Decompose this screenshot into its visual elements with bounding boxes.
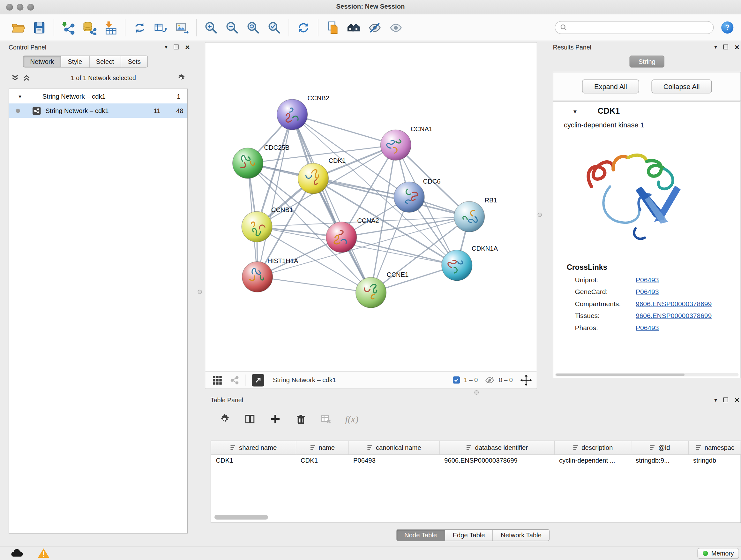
- crosslink-link[interactable]: P06493: [636, 288, 659, 296]
- column-header-database-identifier[interactable]: database identifier: [440, 441, 554, 454]
- column-header-name[interactable]: name: [296, 441, 348, 454]
- network-node-CCNB1[interactable]: [242, 211, 272, 242]
- panel-float-icon[interactable]: [174, 45, 179, 50]
- expand-all-icon[interactable]: [23, 74, 30, 81]
- zoom-out-icon[interactable]: [225, 20, 240, 35]
- show-columns-icon[interactable]: [244, 413, 256, 425]
- network-edge[interactable]: [258, 217, 469, 277]
- section-collapse-icon[interactable]: ▾: [574, 108, 577, 115]
- table-cell[interactable]: stringdb: [688, 454, 741, 467]
- table-cell[interactable]: stringdb:9...: [631, 454, 688, 467]
- tab-sets[interactable]: Sets: [121, 56, 148, 68]
- column-header-canonical-name[interactable]: canonical name: [348, 441, 440, 454]
- export-image-icon[interactable]: [174, 20, 190, 35]
- expand-all-button[interactable]: Expand All: [583, 79, 639, 94]
- network-row-selected[interactable]: String Network – cdk1 11 48: [9, 104, 187, 118]
- tab-network[interactable]: Network: [23, 56, 61, 68]
- open-in-window-icon[interactable]: [252, 374, 264, 386]
- network-node-CCNA2[interactable]: [326, 222, 357, 253]
- panel-close-icon[interactable]: ✕: [185, 44, 190, 50]
- hide-selected-icon[interactable]: [367, 20, 383, 35]
- results-scrollbar[interactable]: [555, 373, 739, 377]
- import-table-file-icon[interactable]: [103, 20, 118, 35]
- import-network-file-icon[interactable]: [61, 20, 76, 35]
- panel-menu-icon[interactable]: ▾: [714, 44, 717, 50]
- network-node-CDC25B[interactable]: [232, 148, 263, 179]
- splitter-handle[interactable]: [198, 290, 202, 294]
- tab-network-table[interactable]: Network Table: [493, 530, 550, 542]
- warning-icon[interactable]: [37, 548, 51, 559]
- splitter-handle[interactable]: [538, 212, 542, 217]
- delete-column-trash-icon[interactable]: [294, 413, 307, 425]
- network-edge[interactable]: [258, 277, 371, 293]
- window-titlebar[interactable]: Session: New Session: [0, 0, 741, 14]
- table-cell[interactable]: CDK1: [211, 454, 296, 467]
- delete-table-icon[interactable]: [320, 413, 332, 425]
- tab-select[interactable]: Select: [89, 56, 121, 68]
- zoom-fit-icon[interactable]: [246, 20, 261, 35]
- share-network-icon[interactable]: [229, 375, 240, 385]
- panel-float-icon[interactable]: [724, 45, 728, 50]
- table-cell[interactable]: P06493: [348, 454, 440, 467]
- crosslink-link[interactable]: 9606.ENSP00000378699: [636, 312, 712, 320]
- cloud-icon[interactable]: [10, 548, 24, 559]
- table-gear-icon[interactable]: [218, 413, 231, 425]
- zoom-in-icon[interactable]: [204, 20, 219, 35]
- hidden-eye-icon[interactable]: [484, 375, 495, 385]
- tab-string[interactable]: String: [629, 56, 664, 68]
- table-cell[interactable]: cyclin-dependent ...: [554, 454, 631, 467]
- open-session-button[interactable]: [10, 20, 26, 35]
- panel-menu-icon[interactable]: ▾: [165, 44, 167, 50]
- table-row[interactable]: CDK1CDK1P064939606.ENSP00000378699cyclin…: [211, 454, 741, 467]
- table-cell[interactable]: 9606.ENSP00000378699: [440, 454, 554, 467]
- column-header-description[interactable]: description: [554, 441, 631, 454]
- network-node-CDKN1A[interactable]: [442, 250, 472, 281]
- column-header-namespac[interactable]: namespac: [688, 441, 741, 454]
- panel-close-icon[interactable]: ✕: [734, 44, 739, 50]
- tab-edge-table[interactable]: Edge Table: [445, 530, 493, 542]
- network-node-CCNA1[interactable]: [381, 130, 411, 160]
- network-node-CCNB2[interactable]: [277, 99, 308, 130]
- column-header-shared-name[interactable]: shared name: [211, 441, 296, 454]
- birds-eye-grid-icon[interactable]: [212, 375, 223, 385]
- first-neighbors-icon[interactable]: [346, 20, 361, 35]
- tree-expand-icon[interactable]: ▾: [19, 93, 21, 100]
- panel-menu-icon[interactable]: ▾: [714, 397, 717, 403]
- function-builder-icon[interactable]: f(x): [345, 414, 359, 425]
- crosslink-link[interactable]: P06493: [636, 324, 659, 331]
- panel-close-icon[interactable]: ✕: [734, 397, 739, 403]
- zoom-selected-icon[interactable]: [267, 20, 282, 35]
- selected-checkbox-icon[interactable]: [453, 376, 460, 384]
- save-session-button[interactable]: [31, 20, 47, 35]
- import-network-database-icon[interactable]: [82, 20, 97, 35]
- help-button[interactable]: ?: [721, 21, 735, 35]
- tab-node-table[interactable]: Node Table: [396, 530, 445, 542]
- crosslink-link[interactable]: P06493: [636, 276, 659, 284]
- tab-style[interactable]: Style: [61, 56, 89, 68]
- network-node-CDK1[interactable]: [298, 163, 329, 194]
- column-header--id[interactable]: @id: [631, 441, 688, 454]
- network-arrows-icon[interactable]: [132, 20, 147, 35]
- splitter-handle[interactable]: [475, 390, 479, 395]
- gear-icon[interactable]: [177, 73, 186, 82]
- collapse-all-button[interactable]: Collapse All: [651, 79, 712, 94]
- collapse-all-icon[interactable]: [11, 74, 19, 81]
- table-cell[interactable]: CDK1: [296, 454, 348, 467]
- pan-move-icon[interactable]: [521, 374, 532, 386]
- network-node-CDC6[interactable]: [394, 182, 424, 212]
- network-node-HIST1H1A[interactable]: [242, 261, 273, 292]
- toolbar-search-field[interactable]: [555, 21, 714, 34]
- show-all-eye-icon[interactable]: [388, 20, 404, 35]
- network-edge[interactable]: [292, 115, 396, 145]
- network-from-table-icon[interactable]: [153, 20, 169, 35]
- network-collection-row[interactable]: ▾ String Network – cdk1 1: [9, 89, 187, 104]
- network-edge[interactable]: [258, 115, 292, 277]
- table-hscrollbar[interactable]: [214, 515, 268, 520]
- network-node-RB1[interactable]: [454, 201, 485, 232]
- network-graph[interactable]: CCNB2CCNA1CDC25BCDK1CDC6RB1CCNB1CCNA2CDK…: [205, 43, 537, 371]
- add-column-icon[interactable]: [269, 413, 281, 425]
- crosslink-link[interactable]: 9606.ENSP00000378699: [636, 300, 712, 307]
- refresh-icon[interactable]: [296, 20, 311, 35]
- memory-button[interactable]: Memory: [697, 548, 739, 559]
- network-edge[interactable]: [292, 115, 371, 293]
